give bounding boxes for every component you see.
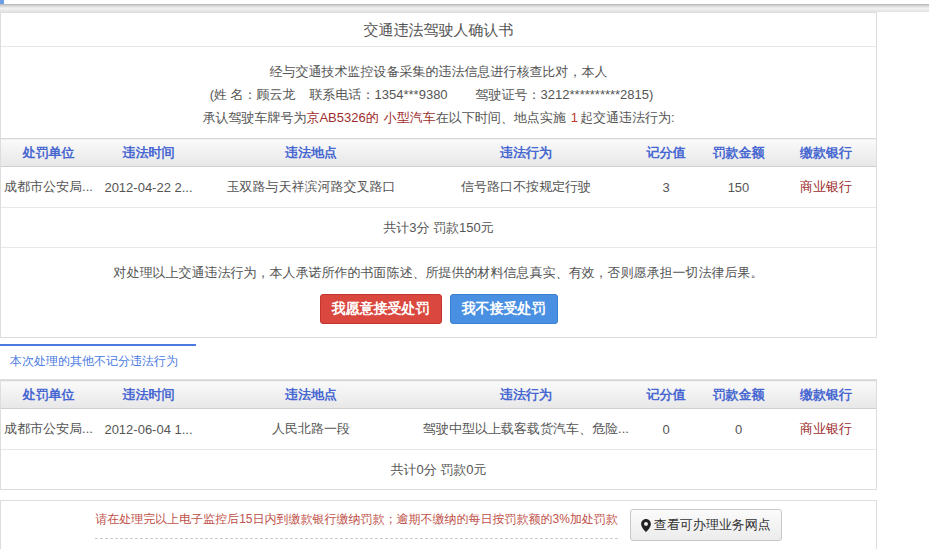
top-divider-bar: [0, 4, 929, 12]
confirm-suffix: 起交通违法行为:: [580, 110, 675, 125]
header-unit: 处罚单位: [1, 139, 96, 167]
header-time: 违法时间: [96, 381, 201, 409]
other-violations-panel: 处罚单位 违法时间 违法地点 违法行为 记分值 罚款金额 缴款银行 成都市公安局…: [0, 379, 877, 490]
violation-summary: 共计3分 罚款150元: [1, 208, 876, 248]
cell-behavior: 驾驶中型以上载客载货汽车、危险...: [421, 409, 631, 450]
cell-location: 人民北路一段: [201, 409, 421, 450]
cell-unit: 成都市公安局...: [1, 167, 96, 208]
confirm-middle: 在以下时间、地点实施: [436, 110, 566, 125]
confirm-prefix: 承认驾驶车牌号为: [202, 110, 306, 125]
reject-penalty-button[interactable]: 我不接受处罚: [450, 294, 558, 324]
page-title: 交通违法驾驶人确认书: [1, 13, 876, 47]
view-branches-button[interactable]: 查看可办理业务网点: [630, 509, 782, 541]
violation-table: 处罚单位 违法时间 违法地点 违法行为 记分值 罚款金额 缴款银行 成都市公安局…: [1, 138, 876, 208]
main-content: 交通违法驾驶人确认书 经与交通技术监控设备采集的违法信息进行核查比对，本人 (姓…: [0, 12, 877, 549]
plate-number: 京AB5326的: [306, 110, 378, 125]
header-location: 违法地点: [201, 139, 421, 167]
header-bank: 缴款银行: [776, 139, 876, 167]
payment-notice-panel: 请在处理完以上电子监控后15日内到缴款银行缴纳罚款；逾期不缴纳的每日按罚款额的3…: [0, 500, 877, 549]
cell-fine: 0: [701, 409, 776, 450]
header-bank: 缴款银行: [776, 381, 876, 409]
header-location: 违法地点: [201, 381, 421, 409]
clipped-page-fragment: [0, 0, 4, 4]
table-row: 成都市公安局... 2012-06-04 1... 人民北路一段 驾驶中型以上载…: [1, 409, 876, 450]
intro-line2: (姓 名：顾云龙联系电话：1354***9380驾驶证号：3212*******…: [1, 83, 876, 106]
accept-penalty-button[interactable]: 我愿意接受处罚: [320, 294, 442, 324]
table-row: 成都市公安局... 2012-04-22 2... 玉双路与天祥滨河路交叉路口 …: [1, 167, 876, 208]
header-fine: 罚款金额: [701, 139, 776, 167]
bank-link[interactable]: 商业银行: [800, 421, 852, 436]
violation-table-header-row: 处罚单位 违法时间 违法地点 违法行为 记分值 罚款金额 缴款银行: [1, 139, 876, 167]
header-fine: 罚款金额: [701, 381, 776, 409]
map-pin-icon: [641, 519, 651, 532]
driver-phone: 联系电话：1354***9380: [310, 87, 448, 102]
cell-time: 2012-06-04 1...: [96, 409, 201, 450]
cell-unit: 成都市公安局...: [1, 409, 96, 450]
header-time: 违法时间: [96, 139, 201, 167]
header-unit: 处罚单位: [1, 381, 96, 409]
tab-other-violations[interactable]: 本次处理的其他不记分违法行为: [0, 346, 300, 379]
cell-behavior: 信号路口不按规定行驶: [421, 167, 631, 208]
violation-count: 1: [571, 110, 578, 125]
cell-points: 0: [631, 409, 701, 450]
intro-text: 经与交通技术监控设备采集的违法信息进行核查比对，本人 (姓 名：顾云龙联系电话：…: [1, 47, 876, 138]
bank-link[interactable]: 商业银行: [800, 179, 852, 194]
cell-location: 玉双路与天祥滨河路交叉路口: [201, 167, 421, 208]
header-behavior: 违法行为: [421, 139, 631, 167]
header-points: 记分值: [631, 139, 701, 167]
other-summary: 共计0分 罚款0元: [1, 450, 876, 489]
header-points: 记分值: [631, 381, 701, 409]
confirmation-panel: 交通违法驾驶人确认书 经与交通技术监控设备采集的违法信息进行核查比对，本人 (姓…: [0, 12, 877, 338]
cell-fine: 150: [701, 167, 776, 208]
statement-block: 对处理以上交通违法行为，本人承诺所作的书面陈述、所提供的材料信息真实、有效，否则…: [1, 248, 876, 337]
driver-name: (姓 名：顾云龙: [210, 87, 296, 102]
view-branches-label: 查看可办理业务网点: [654, 516, 771, 534]
statement-text: 对处理以上交通违法行为，本人承诺所作的书面陈述、所提供的材料信息真实、有效，否则…: [1, 264, 876, 282]
payment-notice-text: 请在处理完以上电子监控后15日内到缴款银行缴纳罚款；逾期不缴纳的每日按罚款额的3…: [95, 511, 618, 539]
cell-points: 3: [631, 167, 701, 208]
driver-license: 驾驶证号：3212**********2815): [476, 87, 654, 102]
other-table-header-row: 处罚单位 违法时间 违法地点 违法行为 记分值 罚款金额 缴款银行: [1, 381, 876, 409]
intro-line3: 承认驾驶车牌号为京AB5326的小型汽车在以下时间、地点实施1起交通违法行为:: [1, 106, 876, 129]
vehicle-type: 小型汽车: [384, 110, 436, 125]
header-behavior: 违法行为: [421, 381, 631, 409]
cell-time: 2012-04-22 2...: [96, 167, 201, 208]
decision-buttons: 我愿意接受处罚 我不接受处罚: [1, 294, 876, 324]
other-violations-table: 处罚单位 违法时间 违法地点 违法行为 记分值 罚款金额 缴款银行 成都市公安局…: [1, 380, 876, 450]
intro-line1: 经与交通技术监控设备采集的违法信息进行核查比对，本人: [1, 60, 876, 83]
